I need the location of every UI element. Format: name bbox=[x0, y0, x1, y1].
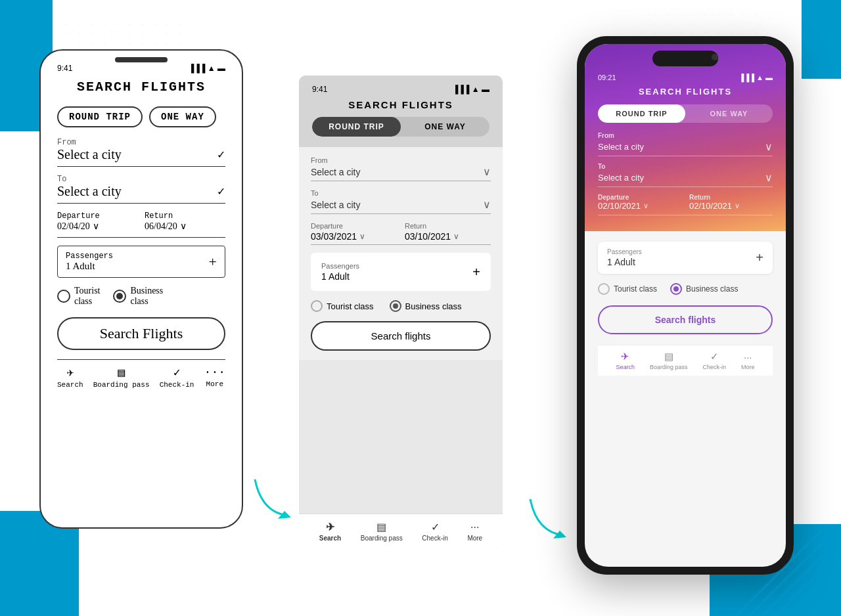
phone3-business-radio[interactable] bbox=[670, 283, 682, 295]
phone3-round-trip-btn[interactable]: ROUND TRIP bbox=[598, 104, 685, 123]
phone3-business-label: Business class bbox=[686, 284, 738, 294]
phone2-to-label: To bbox=[311, 189, 491, 197]
phone1-boarding-icon: ▤ bbox=[118, 365, 125, 380]
svg-marker-0 bbox=[278, 511, 291, 519]
phone2-return-chevron: ∨ bbox=[453, 232, 459, 241]
phone1-departure-chevron: ∨ bbox=[93, 221, 99, 232]
phone2-from-value[interactable]: Select a city bbox=[311, 167, 360, 177]
phone1-to-value[interactable]: Select a city bbox=[57, 184, 122, 199]
phone1-icons: ▐▐▐ ▲ ▬ bbox=[189, 64, 225, 73]
phone2-boarding-icon: ▤ bbox=[376, 521, 386, 533]
phone1-nav-search[interactable]: ✈ Search bbox=[57, 365, 83, 389]
phone2-nav-search[interactable]: ✈ Search bbox=[319, 521, 341, 542]
phone2-title: SEARCH FLIGHTS bbox=[312, 99, 489, 110]
phone2-search-button[interactable]: Search flights bbox=[311, 321, 491, 351]
phone2-to-field: To Select a city ∨ bbox=[311, 189, 491, 214]
phone3-gradient-section: 09:21 ▐▐▐ ▲ ▬ SEARCH FLIGHTS ROUND TRIP … bbox=[585, 44, 786, 231]
phone1-search-button[interactable]: Search Flights bbox=[57, 317, 225, 350]
phone1-return-date[interactable]: 06/04/20 bbox=[145, 221, 177, 232]
phone2-dates: Departure 03/03/2021 ∨ Return 03/10/2021… bbox=[311, 222, 491, 245]
phone3-checkin-icon: ✓ bbox=[710, 351, 719, 363]
phone3-class-selector: Tourist class Business class bbox=[598, 283, 773, 295]
phone2-nav-boarding[interactable]: ▤ Boarding pass bbox=[361, 521, 403, 542]
phone1-dates: Departure 02/04/20 ∨ Return 06/04/20 ∨ bbox=[57, 211, 225, 238]
dots-top-left: · · · · · · · · · ·· · · · · · · · · ·· … bbox=[66, 20, 187, 47]
phone-polished-outer: 09:21 ▐▐▐ ▲ ▬ SEARCH FLIGHTS ROUND TRIP … bbox=[577, 36, 794, 575]
phone2-pax-plus[interactable]: + bbox=[472, 265, 480, 280]
phone3-search-button[interactable]: Search flights bbox=[598, 305, 773, 334]
phone3-status-icons: ▐▐▐ ▲ ▬ bbox=[739, 74, 773, 81]
phone1-return-chevron: ∨ bbox=[180, 221, 187, 232]
phone1-departure-date[interactable]: 02/04/20 bbox=[57, 221, 90, 232]
phone1-nav-checkin[interactable]: ✓ Check-in bbox=[160, 365, 194, 389]
phone2-more-icon: ··· bbox=[470, 521, 479, 533]
phone3-tourist-radio[interactable] bbox=[598, 283, 610, 295]
phone2-return-date[interactable]: 03/10/2021 bbox=[405, 231, 451, 242]
phone3-tourist-option[interactable]: Tourist class bbox=[598, 283, 657, 295]
phone1-tourist-radio[interactable] bbox=[57, 290, 70, 303]
phone1-business-option[interactable]: Businessclass bbox=[113, 286, 163, 307]
phone2-round-trip-btn[interactable]: ROUND TRIP bbox=[312, 117, 401, 137]
phone2-from-label: From bbox=[311, 156, 491, 164]
phone3-return-chevron: ∨ bbox=[735, 202, 740, 210]
phone2-checkin-icon: ✓ bbox=[431, 521, 440, 533]
phone3-business-option[interactable]: Business class bbox=[670, 283, 738, 295]
phone3-nav-checkin[interactable]: ✓ Check-in bbox=[703, 351, 727, 370]
phone1-nav-boarding[interactable]: ▤ Boarding pass bbox=[93, 365, 150, 389]
phone1-one-way-btn[interactable]: ONE WAY bbox=[149, 106, 216, 127]
phone1-from-field: From Select a city ✓ bbox=[57, 138, 225, 167]
phone1-more-icon: ··· bbox=[204, 366, 225, 379]
phone3-nav-boarding[interactable]: ▤ Boarding pass bbox=[650, 351, 688, 370]
phone3-pax-plus[interactable]: + bbox=[756, 250, 763, 265]
phone3-passengers-box: Passengers 1 Adult + bbox=[598, 242, 773, 274]
phone3-nav-boarding-label: Boarding pass bbox=[650, 364, 688, 370]
phone2-departure-date[interactable]: 03/03/2021 bbox=[311, 231, 357, 242]
phone3-return-date[interactable]: 02/10/2021 bbox=[689, 201, 732, 211]
phone1-tourist-label: Touristclass bbox=[74, 286, 100, 307]
bg-right-top bbox=[802, 0, 841, 79]
phone1-nav-checkin-label: Check-in bbox=[160, 381, 194, 389]
phone2-tourist-option[interactable]: Tourist class bbox=[311, 300, 374, 312]
phone-midfidelity: 9:41 ▐▐▐ ▲ ▬ SEARCH FLIGHTS ROUND TRIP O… bbox=[299, 76, 503, 548]
phone2-status-bar: 9:41 ▐▐▐ ▲ ▬ bbox=[312, 85, 489, 94]
phone2-body: From Select a city ∨ To Select a city ∨ … bbox=[299, 147, 503, 360]
phone3-boarding-icon: ▤ bbox=[664, 351, 673, 363]
phone2-business-radio[interactable] bbox=[390, 300, 401, 312]
phone1-business-radio[interactable] bbox=[113, 290, 126, 303]
phone2-one-way-btn[interactable]: ONE WAY bbox=[401, 117, 489, 137]
phone1-business-label: Businessclass bbox=[130, 286, 163, 307]
phone3-nav-more[interactable]: ··· More bbox=[741, 351, 755, 370]
phone3-dates: Departure 02/10/2021 ∨ Return 02/10/2021… bbox=[598, 194, 773, 215]
arrow-1 bbox=[248, 473, 301, 525]
phone2-nav-more[interactable]: ··· More bbox=[467, 521, 482, 542]
phone1-round-trip-btn[interactable]: ROUND TRIP bbox=[57, 106, 143, 127]
phone2-departure-label: Departure bbox=[311, 222, 397, 230]
phone2-departure-chevron: ∨ bbox=[359, 232, 365, 241]
phone2-to-value[interactable]: Select a city bbox=[311, 200, 360, 210]
phone2-nav-checkin[interactable]: ✓ Check-in bbox=[422, 521, 447, 542]
phone3-from-value[interactable]: Select a city bbox=[598, 142, 644, 152]
phone3-nav-search[interactable]: ✈ Search bbox=[616, 351, 635, 370]
phone1-nav-more[interactable]: ··· More bbox=[204, 366, 225, 388]
phone3-from-field: From Select a city ∨ bbox=[598, 132, 773, 156]
phone1-nav-more-label: More bbox=[206, 380, 223, 388]
phone1-from-value[interactable]: Select a city bbox=[57, 147, 122, 162]
phone1-search-icon: ✈ bbox=[66, 365, 74, 380]
phone1-checkin-icon: ✓ bbox=[173, 365, 181, 380]
phone2-nav-boarding-label: Boarding pass bbox=[361, 535, 403, 542]
phone3-to-value[interactable]: Select a city bbox=[598, 173, 644, 183]
phone3-one-way-btn[interactable]: ONE WAY bbox=[685, 104, 773, 123]
phone3-from-chevron: ∨ bbox=[765, 141, 773, 153]
phone1-pax-plus[interactable]: + bbox=[209, 253, 217, 271]
phone1-tourist-option[interactable]: Touristclass bbox=[57, 286, 100, 307]
phone2-nav-checkin-label: Check-in bbox=[422, 535, 447, 542]
phone2-business-option[interactable]: Business class bbox=[390, 300, 462, 312]
phone1-time: 9:41 bbox=[57, 64, 72, 73]
phone1-nav-search-label: Search bbox=[57, 381, 83, 389]
phone3-departure-date[interactable]: 02/10/2021 bbox=[598, 201, 641, 211]
phone3-return-label: Return bbox=[689, 194, 773, 201]
phone3-trip-toggle: ROUND TRIP ONE WAY bbox=[598, 104, 773, 123]
phone2-tourist-radio[interactable] bbox=[311, 300, 323, 312]
phone3-nav-more-label: More bbox=[741, 364, 755, 370]
phone2-business-label: Business class bbox=[405, 301, 462, 311]
